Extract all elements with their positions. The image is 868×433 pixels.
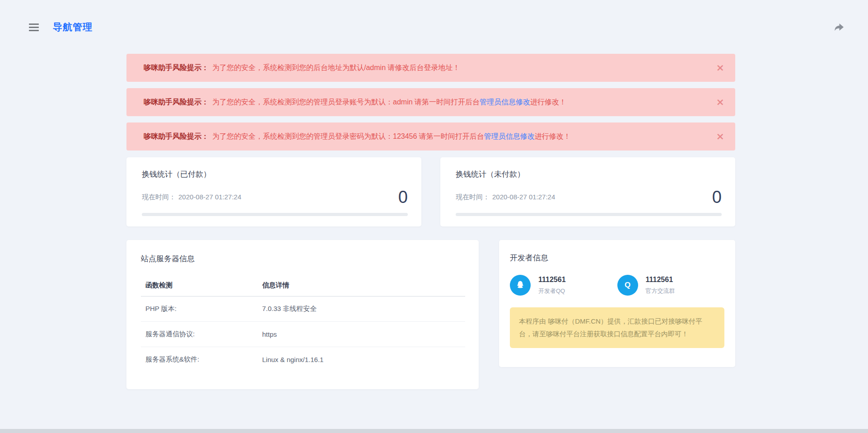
contact-developer-qq: 1112561 开发者QQ [510,275,617,296]
row-label: PHP 版本: [141,297,257,322]
share-arrow-glyph [833,21,845,33]
table-row: 服务器通信协议: https [141,322,465,347]
topbar: 导航管理 [29,20,845,34]
close-icon[interactable]: × [716,97,724,107]
table-row: PHP 版本: 7.0.33 非线程安全 [141,297,465,322]
risk-alert-admin-password: 哆咪助手风险提示： 为了您的安全，系统检测到您的管理员登录密码为默认：12345… [126,122,735,151]
row-label: 服务器通信协议: [141,322,257,347]
current-time: 现在时间：2020-08-27 01:27:24 [142,193,241,202]
risk-alert-admin-url: 哆咪助手风险提示： 为了您的安全，系统检测到您的后台地址为默认/admin 请修… [126,54,735,82]
time-label: 现在时间： [456,193,490,201]
stat-value: 0 [712,188,722,206]
alert-text: 为了您的安全，系统检测到您的后台地址为默认/admin 请修改后台登录地址！ [212,63,460,73]
row-value: 7.0.33 非线程安全 [257,297,465,322]
stat-title: 换钱统计（未付款） [456,169,722,179]
server-info-card: 站点服务器信息 函数检测 信息详情 PHP 版本: 7.0.33 非线程安全 服… [126,240,479,389]
time-value: 2020-08-27 01:27:24 [178,193,241,201]
developer-qq-label: 开发者QQ [538,287,566,295]
risk-alert-admin-account: 哆咪助手风险提示： 为了您的安全，系统检测到您的管理员登录账号为默认：admin… [126,88,735,116]
stat-value: 0 [398,188,408,206]
close-icon[interactable]: × [716,63,724,73]
developer-card-title: 开发者信息 [510,253,724,263]
developer-info-card: 开发者信息 1112561 开发者QQ Q 11 [499,240,735,367]
page-title: 导航管理 [53,21,93,33]
developer-qq-number: 1112561 [538,276,566,284]
time-label: 现在时间： [142,193,176,201]
table-row: 服务器系统&软件: Linux & nginx/1.16.1 [141,347,465,372]
stat-card-unpaid: 换钱统计（未付款） 现在时间：2020-08-27 01:27:24 0 [440,157,735,226]
group-label: 官方交流群 [646,287,675,295]
contact-official-group: Q 1112561 官方交流群 [617,275,725,296]
column-header-check: 函数检测 [141,275,257,297]
progress-bar [456,213,722,216]
developer-contacts: 1112561 开发者QQ Q 1112561 官方交流群 [510,275,724,296]
q-letter-icon: Q [617,275,638,296]
column-header-detail: 信息详情 [257,275,465,297]
menu-toggle-icon[interactable] [29,24,39,31]
stats-row: 换钱统计（已付款） 现在时间：2020-08-27 01:27:24 0 换钱统… [126,157,735,226]
row-value: https [257,322,465,347]
server-info-table: 函数检测 信息详情 PHP 版本: 7.0.33 非线程安全 服务器通信协议: … [141,275,465,372]
alert-text-after: 进行修改！ [535,132,571,141]
group-number: 1112561 [646,276,675,284]
dmf-notice: 本程序由 哆咪付（DMF.CN）提供，汇款接口已对接哆咪付平台，请至哆咪付平台注… [510,307,724,348]
share-icon[interactable] [833,21,845,33]
close-icon[interactable]: × [716,132,724,141]
stat-title: 换钱统计（已付款） [142,169,408,179]
server-card-title: 站点服务器信息 [141,254,465,264]
alert-link-admin-info[interactable]: 管理员信息修改 [484,132,535,141]
info-row: 站点服务器信息 函数检测 信息详情 PHP 版本: 7.0.33 非线程安全 服… [126,240,735,389]
horizontal-scrollbar[interactable] [0,429,868,433]
qq-penguin-icon [510,275,531,296]
alert-link-admin-info[interactable]: 管理员信息修改 [480,98,530,107]
stat-card-paid: 换钱统计（已付款） 现在时间：2020-08-27 01:27:24 0 [126,157,421,226]
current-time: 现在时间：2020-08-27 01:27:24 [456,193,555,202]
alert-text-after: 进行修改！ [530,98,566,107]
alert-text: 为了您的安全，系统检测到您的管理员登录密码为默认：123456 请第一时间打开后… [212,132,484,141]
alert-prefix: 哆咪助手风险提示： [144,132,209,141]
time-value: 2020-08-27 01:27:24 [492,193,555,201]
row-value: Linux & nginx/1.16.1 [257,347,465,372]
alert-text: 为了您的安全，系统检测到您的管理员登录账号为默认：admin 请第一时间打开后台 [212,98,480,107]
progress-bar [142,213,408,216]
row-label: 服务器系统&软件: [141,347,257,372]
alert-prefix: 哆咪助手风险提示： [144,98,209,107]
alert-prefix: 哆咪助手风险提示： [144,63,209,73]
main-content: 哆咪助手风险提示： 为了您的安全，系统检测到您的后台地址为默认/admin 请修… [126,34,735,389]
